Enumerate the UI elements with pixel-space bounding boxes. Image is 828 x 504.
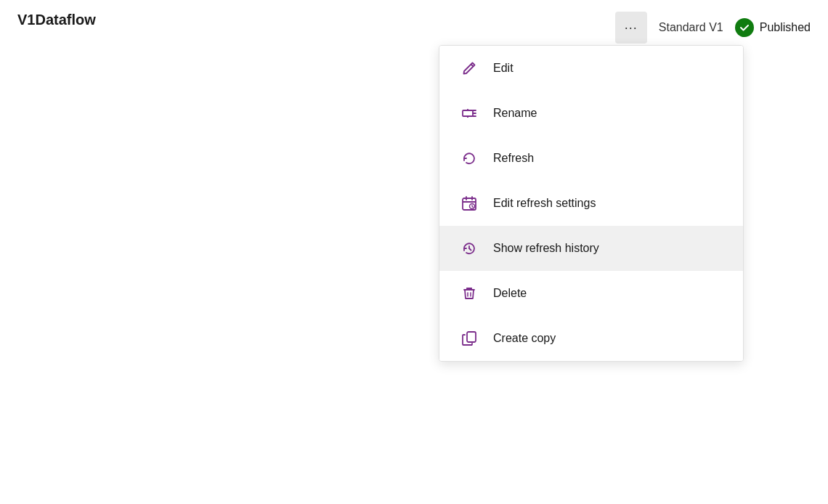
delete-label: Delete bbox=[493, 287, 527, 300]
more-options-button[interactable]: ··· bbox=[615, 12, 647, 44]
published-check-icon bbox=[735, 18, 754, 37]
svg-rect-15 bbox=[467, 332, 476, 342]
menu-item-refresh[interactable]: Refresh bbox=[439, 136, 743, 181]
show-refresh-history-label: Show refresh history bbox=[493, 242, 599, 255]
history-icon bbox=[460, 239, 479, 258]
refresh-icon bbox=[460, 149, 479, 168]
create-copy-label: Create copy bbox=[493, 332, 556, 345]
edit-label: Edit bbox=[493, 62, 514, 75]
standard-label: Standard V1 bbox=[659, 21, 723, 34]
dataflow-title: V1Dataflow bbox=[17, 12, 96, 28]
svg-line-12 bbox=[469, 248, 471, 251]
svg-rect-0 bbox=[463, 110, 473, 116]
menu-item-delete[interactable]: Delete bbox=[439, 271, 743, 316]
context-menu: Edit Rename Refresh bbox=[439, 45, 744, 362]
more-dots-icon: ··· bbox=[625, 20, 638, 36]
menu-item-edit-refresh-settings[interactable]: Edit refresh settings bbox=[439, 181, 743, 226]
delete-icon bbox=[460, 284, 479, 303]
menu-item-edit[interactable]: Edit bbox=[439, 46, 743, 91]
header-bar: V1Dataflow ··· Standard V1 Published bbox=[0, 0, 828, 40]
edit-refresh-settings-label: Edit refresh settings bbox=[493, 197, 596, 210]
refresh-label: Refresh bbox=[493, 152, 534, 165]
published-badge: Published bbox=[735, 18, 811, 37]
menu-item-rename[interactable]: Rename bbox=[439, 91, 743, 136]
published-label: Published bbox=[760, 21, 811, 34]
edit-icon bbox=[460, 59, 479, 78]
menu-item-create-copy[interactable]: Create copy bbox=[439, 316, 743, 361]
copy-icon bbox=[460, 329, 479, 348]
calendar-icon bbox=[460, 194, 479, 213]
menu-item-show-refresh-history[interactable]: Show refresh history bbox=[439, 226, 743, 271]
rename-label: Rename bbox=[493, 107, 537, 120]
rename-icon bbox=[460, 104, 479, 123]
